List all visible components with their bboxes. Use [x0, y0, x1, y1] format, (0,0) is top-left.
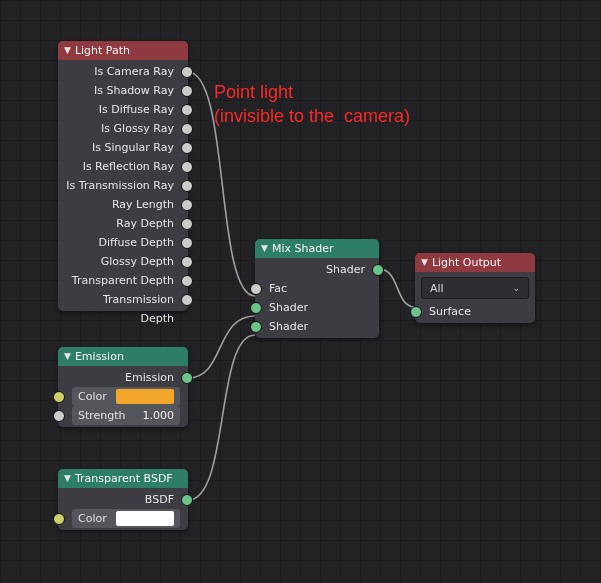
collapse-icon: ▼ [64, 347, 71, 366]
node-editor-canvas[interactable]: ▼ Light Path Is Camera Ray Is Shadow Ray… [0, 0, 601, 583]
node-title: Transparent BSDF [75, 469, 173, 488]
node-header-emission[interactable]: ▼ Emission [58, 347, 188, 366]
output-is-camera-ray[interactable]: Is Camera Ray [58, 62, 188, 81]
input-shader-1[interactable]: Shader [255, 298, 379, 317]
output-is-singular-ray[interactable]: Is Singular Ray [58, 138, 188, 157]
node-header-mix[interactable]: ▼ Mix Shader [255, 239, 379, 258]
output-glossy-depth[interactable]: Glossy Depth [58, 252, 188, 271]
output-is-reflection-ray[interactable]: Is Reflection Ray [58, 157, 188, 176]
output-is-shadow-ray[interactable]: Is Shadow Ray [58, 81, 188, 100]
annotation-text: Point light (invisible to the camera) [214, 80, 410, 128]
node-header-light-path[interactable]: ▼ Light Path [58, 41, 188, 60]
chevron-down-icon: ⌄ [512, 283, 520, 293]
input-strength[interactable]: Strength 1.000 [58, 406, 188, 425]
collapse-icon: ▼ [421, 253, 428, 272]
node-light-output[interactable]: ▼ Light Output All ⌄ Surface [415, 253, 535, 323]
input-color[interactable]: Color [58, 509, 188, 528]
collapse-icon: ▼ [261, 239, 268, 258]
output-is-diffuse-ray[interactable]: Is Diffuse Ray [58, 100, 188, 119]
node-title: Light Output [432, 253, 501, 272]
output-ray-depth[interactable]: Ray Depth [58, 214, 188, 233]
output-is-glossy-ray[interactable]: Is Glossy Ray [58, 119, 188, 138]
output-ray-length[interactable]: Ray Length [58, 195, 188, 214]
color-swatch[interactable] [116, 511, 174, 526]
input-shader-2[interactable]: Shader [255, 317, 379, 336]
node-title: Mix Shader [272, 239, 334, 258]
node-header-light-output[interactable]: ▼ Light Output [415, 253, 535, 272]
collapse-icon: ▼ [64, 41, 71, 60]
output-diffuse-depth[interactable]: Diffuse Depth [58, 233, 188, 252]
input-surface[interactable]: Surface [415, 302, 535, 321]
output-is-transmission-ray[interactable]: Is Transmission Ray [58, 176, 188, 195]
node-transparent-bsdf[interactable]: ▼ Transparent BSDF BSDF Color [58, 469, 188, 530]
output-emission[interactable]: Emission [58, 368, 188, 387]
node-title: Emission [75, 347, 124, 366]
collapse-icon: ▼ [64, 469, 71, 488]
node-emission[interactable]: ▼ Emission Emission Color Strength 1.000 [58, 347, 188, 427]
node-light-path[interactable]: ▼ Light Path Is Camera Ray Is Shadow Ray… [58, 41, 188, 311]
node-header-transparent[interactable]: ▼ Transparent BSDF [58, 469, 188, 488]
color-swatch[interactable] [116, 389, 174, 404]
output-transparent-depth[interactable]: Transparent Depth [58, 271, 188, 290]
node-title: Light Path [75, 41, 130, 60]
node-mix-shader[interactable]: ▼ Mix Shader Shader Fac Shader Shader [255, 239, 379, 338]
input-fac[interactable]: Fac [255, 279, 379, 298]
output-transmission-depth[interactable]: Transmission Depth [58, 290, 188, 309]
output-bsdf[interactable]: BSDF [58, 490, 188, 509]
target-dropdown[interactable]: All ⌄ [421, 277, 529, 299]
output-shader[interactable]: Shader [255, 260, 379, 279]
input-color[interactable]: Color [58, 387, 188, 406]
